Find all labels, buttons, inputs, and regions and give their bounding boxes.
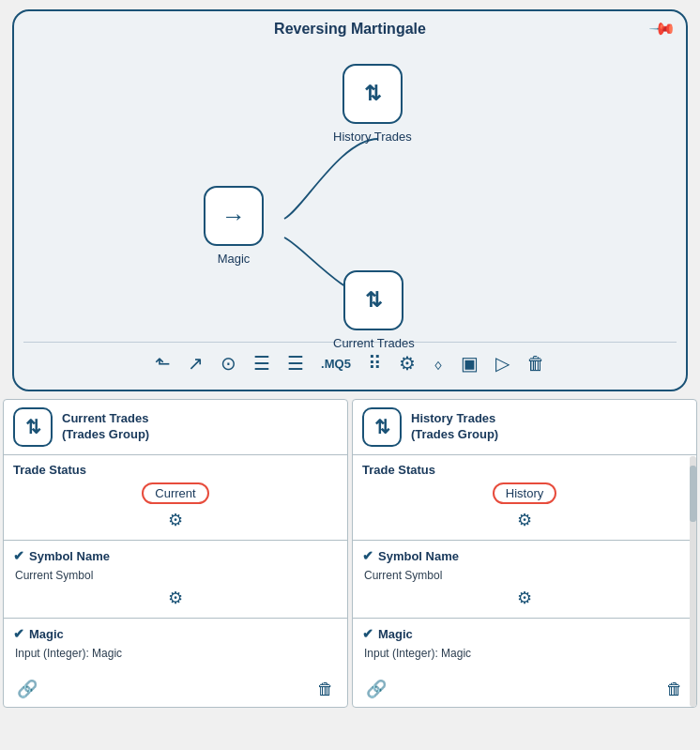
current-magic-section: ✔ Magic Input (Integer): Magic [4, 619, 347, 671]
current-trades-panel-title: Current Trades(Trades Group) [62, 411, 149, 443]
import-icon[interactable]: ⬑ [155, 352, 171, 375]
settings-icon[interactable]: ⚙ [399, 352, 416, 375]
history-trades-icon: ⇅ [364, 82, 381, 106]
history-symbol-gear[interactable]: ⚙ [362, 586, 687, 610]
current-trades-panel-header: ⇅ Current Trades(Trades Group) [4, 400, 347, 455]
current-magic-label: ✔ Magic [13, 626, 338, 641]
current-symbol-name-section: ✔ Symbol Name Current Symbol ⚙ [4, 541, 347, 619]
history-panel-delete-icon[interactable]: 🗑 [666, 680, 683, 699]
export-icon[interactable]: ↗ [188, 352, 204, 375]
magic-box[interactable]: → [204, 186, 264, 246]
history-trades-node[interactable]: ⇅ History Trades [333, 64, 412, 144]
current-symbol-check-icon: ✔ [13, 548, 24, 563]
history-trade-status-section: Trade Status History ⚙ [353, 455, 696, 541]
current-symbol-name-label: ✔ Symbol Name [13, 548, 338, 563]
magic-icon: → [221, 202, 246, 231]
current-trades-label: Current Trades [333, 336, 415, 350]
history-trade-status-label: Trade Status [362, 463, 687, 477]
current-symbol-name-value: Current Symbol [13, 569, 338, 582]
history-magic-value: Input (Integer): Magic [362, 647, 687, 660]
magic-label: Magic [218, 252, 251, 266]
delete-icon[interactable]: 🗑 [526, 353, 545, 375]
current-trade-status-section: Trade Status Current ⚙ [4, 455, 347, 541]
history-trades-box[interactable]: ⇅ [342, 64, 403, 124]
current-panel-link-icon[interactable]: 🔗 [17, 679, 38, 699]
current-trades-panel-symbol: ⇅ [25, 416, 41, 438]
history-magic-section: ✔ Magic Input (Integer): Magic [353, 619, 696, 671]
current-symbol-gear[interactable]: ⚙ [13, 586, 338, 610]
pin-icon: 📌 [647, 14, 677, 43]
history-trade-status-gear[interactable]: ⚙ [517, 508, 532, 532]
current-trades-icon: ⇅ [365, 288, 382, 313]
current-trades-box[interactable]: ⇅ [343, 270, 403, 330]
history-symbol-check-icon: ✔ [362, 548, 373, 563]
history-trades-panel-icon: ⇅ [362, 407, 402, 447]
flow-area: ⇅ History Trades → Magic ⇅ Current Trade… [23, 45, 677, 336]
current-magic-check-icon: ✔ [13, 626, 24, 641]
current-panel-footer: 🔗 🗑 [4, 671, 347, 707]
history-trades-panel: ⇅ History Trades(Trades Group) Trade Sta… [352, 399, 697, 708]
magic-node[interactable]: → Magic [204, 186, 264, 266]
play-icon[interactable]: ▷ [495, 352, 510, 375]
copy-icon[interactable]: ⊙ [221, 352, 236, 375]
history-magic-label: ✔ Magic [362, 626, 687, 641]
history-panel-footer: 🔗 🗑 [353, 671, 696, 707]
history-symbol-name-section: ✔ Symbol Name Current Symbol ⚙ [353, 541, 696, 619]
history-magic-check-icon: ✔ [362, 626, 373, 641]
current-trades-panel-icon: ⇅ [13, 407, 53, 447]
current-trades-panel: ⇅ Current Trades(Trades Group) Trade Sta… [3, 399, 348, 708]
diagram-title: Reversing Martingale [23, 21, 677, 38]
align-left-icon[interactable]: ☰ [253, 352, 270, 375]
current-trade-status-value[interactable]: Current [142, 482, 208, 504]
history-trades-panel-title: History Trades(Trades Group) [411, 411, 498, 443]
current-trade-status-label: Trade Status [13, 463, 338, 477]
scrollbar-thumb[interactable] [690, 466, 696, 522]
history-trades-panel-header: ⇅ History Trades(Trades Group) [353, 400, 696, 455]
align-right-icon[interactable]: ☰ [287, 352, 304, 375]
current-magic-value: Input (Integer): Magic [13, 647, 338, 660]
current-trades-node[interactable]: ⇅ Current Trades [333, 270, 415, 350]
layout-icon[interactable]: ▣ [461, 352, 479, 375]
grid-icon[interactable]: ⠿ [368, 352, 382, 375]
history-trades-label: History Trades [333, 130, 412, 144]
panels-row: ⇅ Current Trades(Trades Group) Trade Sta… [3, 399, 697, 708]
mq5-icon[interactable]: .MQ5 [321, 357, 351, 371]
history-trade-status-value[interactable]: History [493, 482, 556, 504]
current-panel-delete-icon[interactable]: 🗑 [317, 680, 334, 699]
scrollbar-track [690, 456, 696, 707]
current-trade-status-gear[interactable]: ⚙ [168, 508, 183, 532]
history-panel-link-icon[interactable]: 🔗 [366, 679, 387, 699]
history-symbol-name-value: Current Symbol [362, 569, 687, 582]
eraser-icon[interactable]: ⬨ [433, 353, 444, 375]
history-trades-panel-symbol: ⇅ [374, 416, 390, 438]
diagram-container: Reversing Martingale 📌 ⇅ History Trades … [12, 9, 688, 391]
history-symbol-name-label: ✔ Symbol Name [362, 548, 687, 563]
